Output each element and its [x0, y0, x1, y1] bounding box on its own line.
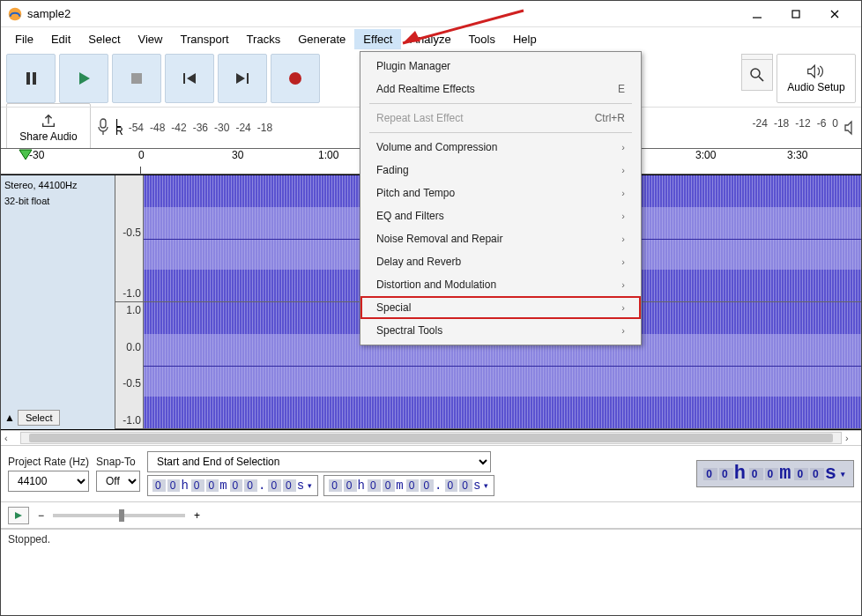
effect-pitch-tempo[interactable]: Pitch and Tempo› — [360, 182, 641, 204]
record-button[interactable] — [271, 54, 320, 103]
mic-channel-labels: LR — [115, 120, 123, 136]
slider-minus-icon: − — [38, 509, 44, 522]
window-minimize-button[interactable] — [738, 2, 777, 26]
menu-transport[interactable]: Transport — [171, 29, 237, 49]
effect-menu-dropdown: Plugin Manager Add Realtime EffectsE Rep… — [360, 51, 642, 345]
svg-marker-19 — [15, 512, 22, 519]
project-rate-label: Project Rate (Hz) — [8, 456, 89, 468]
menu-tracks[interactable]: Tracks — [238, 29, 290, 49]
svg-rect-8 — [131, 73, 142, 84]
scroll-right-icon[interactable]: › — [845, 433, 858, 443]
play-at-speed-button[interactable] — [8, 507, 29, 524]
horizontal-scrollbar[interactable]: ‹ › — [1, 430, 861, 446]
status-bar: Stopped. — [1, 529, 861, 548]
ruler-tick: 30 — [232, 149, 243, 161]
effect-plugin-manager[interactable]: Plugin Manager — [360, 55, 641, 78]
effect-special[interactable]: Special› — [360, 296, 641, 319]
effect-fading[interactable]: Fading› — [360, 159, 641, 182]
playback-meter-scale[interactable]: -24-18-12-60 — [753, 117, 856, 138]
effect-repeat-last: Repeat Last EffectCtrl+R — [360, 107, 641, 130]
scroll-thumb[interactable] — [29, 434, 832, 442]
window-maximize-button[interactable] — [777, 2, 815, 26]
audio-setup-button[interactable]: Audio Setup — [777, 54, 856, 103]
svg-rect-9 — [183, 73, 185, 84]
menu-select[interactable]: Select — [79, 29, 129, 49]
track-format-line2: 32-bit float — [4, 195, 111, 207]
menu-edit[interactable]: Edit — [42, 29, 79, 49]
menu-generate[interactable]: Generate — [289, 29, 354, 49]
pause-button[interactable] — [6, 54, 56, 103]
annotation-arrow-icon — [387, 6, 528, 50]
selection-toolbar: Project Rate (Hz) 44100 Snap-To Off Star… — [1, 446, 861, 502]
effect-volume-compression[interactable]: Volume and Compression› — [360, 136, 641, 159]
effect-eq-filters[interactable]: EQ and Filters› — [360, 204, 641, 227]
effect-delay-reverb[interactable]: Delay and Reverb› — [360, 250, 641, 273]
menu-view[interactable]: View — [130, 29, 172, 49]
microphone-icon — [96, 117, 110, 138]
svg-rect-6 — [33, 72, 36, 85]
play-at-speed-toolbar: − + — [1, 502, 861, 529]
selection-mode-select[interactable]: Start and End of Selection — [147, 451, 491, 472]
svg-rect-12 — [247, 73, 249, 84]
svg-point-15 — [751, 69, 760, 78]
playback-speed-slider[interactable] — [53, 514, 185, 517]
svg-rect-5 — [26, 72, 30, 85]
record-meter-scale[interactable]: -54-48-42-36-30-24-18 — [129, 122, 272, 134]
svg-rect-17 — [100, 119, 106, 128]
track-select-button[interactable]: Select — [18, 410, 61, 426]
menu-file[interactable]: File — [6, 29, 42, 49]
stop-button[interactable] — [112, 54, 161, 103]
ruler-tick: 1:00 — [318, 149, 338, 161]
selection-end-time[interactable]: 00h00m00.00s▾ — [323, 475, 494, 496]
play-button[interactable] — [59, 54, 108, 103]
track-info-panel[interactable]: Stereo, 44100Hz 32-bit float ▲ Select — [1, 175, 115, 429]
ruler-tick: 3:30 — [787, 149, 807, 161]
svg-marker-21 — [403, 31, 420, 43]
audio-position-time[interactable]: 00 h 00 m 00 s▾ — [696, 460, 854, 487]
slider-plus-icon: + — [194, 509, 200, 522]
status-text: Stopped. — [8, 533, 50, 545]
ruler-tick: 3:00 — [695, 149, 716, 161]
effect-spectral-tools[interactable]: Spectral Tools› — [360, 319, 641, 342]
effect-noise-removal[interactable]: Noise Removal and Repair› — [360, 227, 641, 250]
track-format-line1: Stereo, 44100Hz — [4, 179, 111, 191]
svg-line-16 — [759, 77, 763, 81]
share-audio-button[interactable]: Share Audio — [6, 103, 91, 152]
snap-to-label: Snap-To — [96, 456, 140, 468]
amplitude-scale: -0.5-1.0 — [115, 175, 144, 301]
speaker-meter-icon — [843, 117, 856, 138]
ruler-tick: -30 — [29, 149, 44, 161]
selection-start-time[interactable]: 00h00m00.00s▾ — [147, 475, 318, 496]
audio-setup-label: Audio Setup — [787, 81, 844, 93]
svg-point-13 — [289, 72, 301, 85]
share-audio-label: Share Audio — [19, 130, 77, 143]
zoom-button[interactable] — [741, 59, 773, 91]
window-close-button[interactable] — [815, 2, 854, 26]
svg-marker-10 — [187, 73, 196, 84]
window-title: sample2 — [27, 7, 738, 20]
effect-add-realtime[interactable]: Add Realtime EffectsE — [360, 78, 641, 100]
track-collapse-icon[interactable]: ▲ — [4, 412, 15, 424]
svg-rect-2 — [792, 11, 799, 18]
ruler-tick: 0 — [138, 149, 145, 161]
scroll-left-icon[interactable]: ‹ — [4, 433, 17, 443]
project-rate-select[interactable]: 44100 — [8, 471, 89, 492]
skip-end-button[interactable] — [218, 54, 267, 103]
svg-marker-11 — [236, 73, 245, 84]
amplitude-scale: 1.00.0-0.5-1.0 — [115, 302, 144, 428]
snap-to-select[interactable]: Off — [96, 471, 140, 492]
svg-marker-7 — [79, 72, 90, 85]
effect-distortion-modulation[interactable]: Distortion and Modulation› — [360, 273, 641, 296]
transport-buttons — [6, 54, 320, 103]
audacity-logo-icon — [8, 7, 22, 21]
svg-line-20 — [403, 11, 524, 43]
skip-start-button[interactable] — [165, 54, 214, 103]
